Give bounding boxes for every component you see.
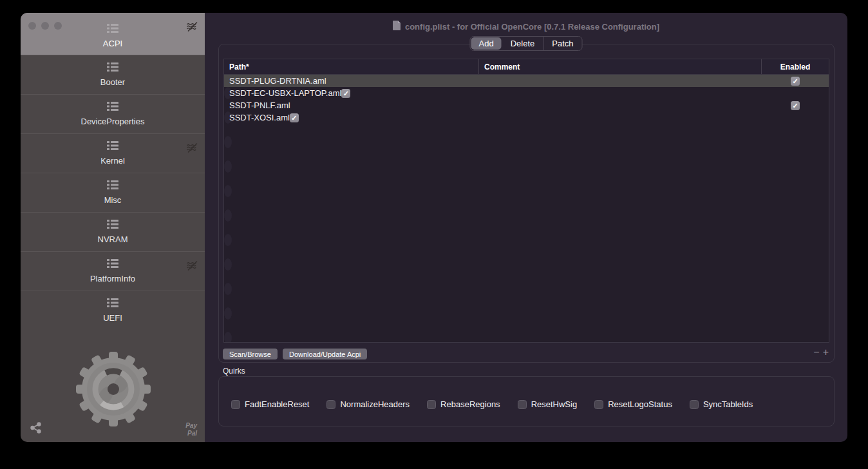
download-update-acpi-button[interactable]: Download/Update Acpi: [283, 349, 367, 359]
column-header-enabled[interactable]: Enabled: [761, 59, 829, 74]
sidebar-item-nvram[interactable]: NVRAM: [21, 212, 205, 251]
table-row[interactable]: SSDT-EC-USBX-LAPTOP.aml ✓: [224, 87, 232, 99]
quirk-checkbox[interactable]: [518, 400, 527, 409]
scan-browse-button[interactable]: Scan/Browse: [223, 349, 278, 359]
wifi-off-icon: [185, 21, 200, 33]
remove-row-button[interactable]: −: [813, 347, 819, 358]
sidebar-item-kernel[interactable]: Kernel: [21, 133, 205, 173]
table-row-empty[interactable]: [224, 222, 829, 234]
cell-enabled: ✓: [762, 77, 829, 86]
sidebar-item-label: Booter: [100, 77, 125, 87]
quirks-groupbox: FadtEnableReset NormalizeHeaders RebaseR…: [218, 376, 835, 426]
sidebar-item-misc[interactable]: Misc: [21, 173, 205, 212]
table-row[interactable]: SSDT-PLUG-DRTNIA.aml ✓: [224, 75, 829, 87]
main-panel: config.plist - for Official OpenCore [0.…: [205, 13, 847, 442]
sidebar-item-booter[interactable]: Booter: [21, 55, 205, 94]
table-row-empty[interactable]: [224, 185, 232, 197]
close-window-button[interactable]: [28, 22, 36, 30]
traffic-lights: [28, 22, 62, 30]
share-icon[interactable]: [30, 421, 42, 434]
list-icon: [107, 24, 118, 35]
acpi-add-groupbox: Path* Comment Enabled SSDT-PLUG-DRTNIA.a…: [218, 44, 835, 363]
table-row-empty[interactable]: [224, 332, 232, 342]
tab-delete[interactable]: Delete: [502, 37, 543, 50]
tab-add[interactable]: Add: [471, 37, 502, 50]
quirk-label: NormalizeHeaders: [340, 399, 410, 409]
paypal-line2: Pal: [185, 430, 197, 437]
tab-patch[interactable]: Patch: [543, 37, 581, 50]
wifi-off-icon: [185, 260, 200, 272]
enabled-checkbox[interactable]: ✓: [341, 89, 350, 98]
list-icon: [107, 259, 118, 271]
sidebar-item-uefi[interactable]: UEFI: [21, 291, 205, 330]
sidebar-item-platforminfo[interactable]: PlatformInfo: [21, 251, 205, 291]
sidebar-item-label: Kernel: [100, 156, 125, 166]
list-icon: [107, 180, 118, 192]
sidebar-item-acpi[interactable]: ACPI: [21, 13, 205, 55]
table-row-empty[interactable]: [224, 307, 232, 320]
gear-logo: [75, 350, 152, 428]
tab-label: Patch: [552, 39, 573, 48]
quirk-checkbox[interactable]: [594, 400, 603, 409]
cell-enabled: ✓: [290, 113, 299, 122]
table-row-empty[interactable]: [224, 173, 829, 185]
table-row-empty[interactable]: [224, 148, 829, 160]
quirk-resethwsig: ResetHwSig: [518, 399, 578, 409]
enabled-checkbox[interactable]: ✓: [791, 77, 800, 86]
acpi-table: Path* Comment Enabled SSDT-PLUG-DRTNIA.a…: [223, 59, 829, 343]
table-row-empty[interactable]: [224, 246, 829, 258]
zoom-window-button[interactable]: [54, 22, 62, 30]
column-header-path[interactable]: Path*: [224, 59, 478, 74]
sidebar-item-label: UEFI: [103, 313, 122, 323]
column-header-comment[interactable]: Comment: [478, 59, 761, 74]
table-row-empty[interactable]: [224, 271, 829, 283]
quirks-group-label: Quirks: [223, 367, 245, 376]
cell-path: SSDT-PLUG-DRTNIA.aml: [224, 76, 478, 86]
cell-enabled: ✓: [341, 89, 350, 98]
table-row-empty[interactable]: [224, 258, 232, 271]
quirk-label: FadtEnableReset: [245, 399, 309, 409]
table-row-empty[interactable]: [224, 234, 232, 246]
quirk-resetlogostatus: ResetLogoStatus: [594, 399, 672, 409]
table-row-empty[interactable]: [224, 209, 232, 222]
minimize-window-button[interactable]: [41, 22, 49, 30]
list-icon: [107, 62, 118, 74]
cell-enabled: ✓: [762, 101, 829, 110]
quirk-checkbox[interactable]: [690, 400, 699, 409]
tab-label: Delete: [511, 39, 535, 48]
paypal-link[interactable]: Pay Pal: [185, 422, 197, 437]
quirks-row: FadtEnableReset NormalizeHeaders RebaseR…: [231, 399, 753, 409]
cell-path: SSDT-PNLF.aml: [224, 100, 478, 110]
table-row-empty[interactable]: [224, 160, 232, 173]
sidebar-nav: ACPI Booter DeviceProperties: [21, 13, 205, 330]
sidebar-item-label: NVRAM: [98, 235, 128, 244]
window-title: config.plist - for Official OpenCore [0.…: [405, 22, 659, 32]
cell-path: SSDT-XOSI.aml: [224, 113, 290, 122]
table-row-empty[interactable]: [224, 136, 232, 148]
quirk-label: SyncTableIds: [703, 399, 753, 409]
table-row[interactable]: SSDT-PNLF.aml ✓: [224, 99, 829, 111]
table-row[interactable]: SSDT-XOSI.aml ✓: [224, 111, 232, 124]
enabled-checkbox[interactable]: ✓: [791, 101, 800, 110]
quirk-checkbox[interactable]: [326, 400, 335, 409]
desktop: ACPI Booter DeviceProperties: [0, 0, 868, 469]
sidebar-item-label: DeviceProperties: [81, 117, 145, 126]
quirk-fadtenablereset: FadtEnableReset: [231, 399, 309, 409]
table-row-empty[interactable]: [224, 295, 829, 307]
table-row-empty[interactable]: [224, 283, 232, 295]
quirk-synctableids: SyncTableIds: [690, 399, 753, 409]
table-row-empty[interactable]: [224, 197, 829, 209]
tab-bar: AddDeletePatch: [470, 36, 583, 51]
add-row-button[interactable]: +: [823, 347, 829, 358]
quirk-checkbox[interactable]: [231, 400, 240, 409]
enabled-checkbox[interactable]: ✓: [290, 113, 299, 122]
list-icon: [107, 298, 118, 310]
sidebar-item-deviceproperties[interactable]: DeviceProperties: [21, 94, 205, 133]
paypal-line1: Pay: [185, 422, 197, 430]
quirk-checkbox[interactable]: [427, 400, 436, 409]
table-row-empty[interactable]: [224, 124, 829, 136]
list-icon: [107, 102, 118, 113]
sidebar: ACPI Booter DeviceProperties: [21, 13, 205, 442]
table-row-empty[interactable]: [224, 320, 829, 332]
document-icon: [393, 21, 401, 32]
